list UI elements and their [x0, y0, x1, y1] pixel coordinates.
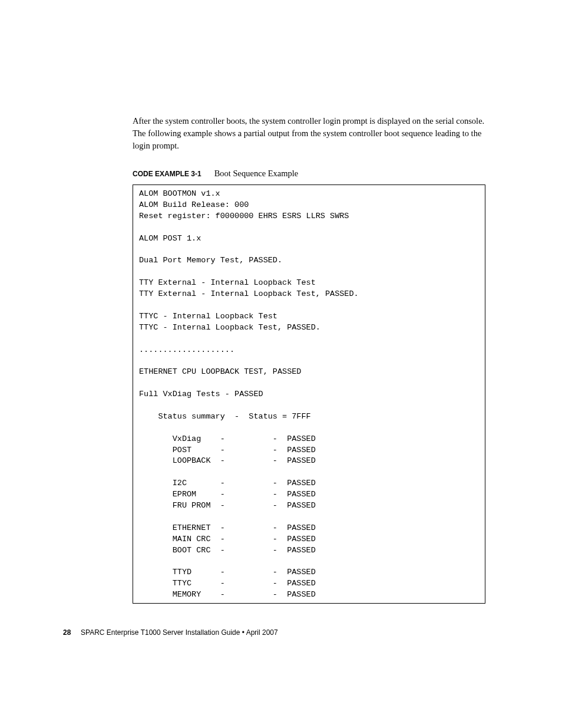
page-footer: 28 SPARC Enterprise T1000 Server Install… [63, 628, 278, 637]
code-caption: CODE EXAMPLE 3-1 Boot Sequence Example [133, 169, 485, 179]
intro-paragraph: After the system controller boots, the s… [133, 115, 485, 152]
footer-text: SPARC Enterprise T1000 Server Installati… [81, 628, 278, 637]
footer-separator [73, 628, 79, 637]
caption-label: CODE EXAMPLE 3-1 [133, 170, 201, 178]
page-content: After the system controller boots, the s… [0, 0, 562, 604]
caption-title: Boot Sequence Example [214, 169, 299, 179]
page-number: 28 [63, 628, 71, 637]
code-example-box: ALOM BOOTMON v1.x ALOM Build Release: 00… [133, 185, 485, 604]
